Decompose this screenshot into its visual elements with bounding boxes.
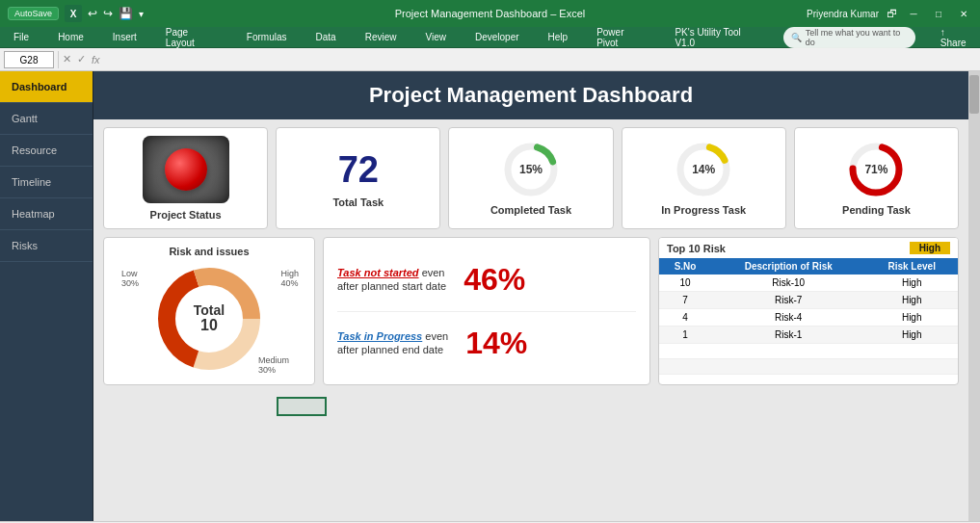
tab-formulas[interactable]: Formulas	[241, 30, 293, 44]
kpi-label-total-task: Total Task	[332, 196, 384, 208]
high-badge: High	[910, 242, 950, 254]
formula-insert-icon[interactable]: fx	[92, 54, 100, 65]
cell-level: High	[865, 327, 958, 344]
risk-donut-svg: Total 10	[151, 261, 267, 377]
kpi-label-completed-task: Completed Task	[490, 204, 571, 216]
cell-sno: 7	[659, 292, 711, 309]
tab-view[interactable]: View	[419, 30, 452, 44]
sidebar-item-dashboard[interactable]: Dashboard	[0, 71, 93, 103]
status-light-container	[143, 136, 229, 203]
kpi-label-project-status: Project Status	[150, 209, 222, 221]
minimize-button[interactable]: ─	[905, 7, 922, 20]
formula-bar: G28 ✕ ✓ fx	[0, 48, 980, 71]
table-row: 1 Risk-1 High	[659, 327, 958, 344]
cell-desc: Risk-1	[711, 327, 865, 344]
share-button[interactable]: ↑ Share	[940, 27, 972, 48]
sidebar-item-heatmap[interactable]: Heatmap	[0, 198, 93, 230]
search-placeholder: Tell me what you want to do	[806, 28, 908, 47]
svg-text:X: X	[70, 9, 77, 19]
kpi-completed-task: 15% Completed Task	[448, 127, 613, 229]
task-divider	[337, 311, 636, 312]
title-bar-left: AutoSave X ↩ ↪ 💾 ▾	[8, 5, 144, 22]
total-task-value: 72	[338, 149, 379, 191]
ribbon-search[interactable]: 🔍 Tell me what you want to do	[783, 27, 915, 48]
risk-donut-wrapper: Low30% High40% Medium30% Total 10	[112, 261, 306, 377]
task-not-started-desc: Task not started evenafter planned start…	[337, 266, 446, 294]
kpi-label-pending-task: Pending Task	[842, 204, 911, 216]
sidebar-item-resource[interactable]: Resource	[0, 135, 93, 167]
search-icon: 🔍	[791, 33, 802, 42]
cell-reference[interactable]: G28	[4, 51, 54, 68]
tab-file[interactable]: File	[8, 30, 35, 44]
tab-insert[interactable]: Insert	[107, 30, 143, 44]
top-risk-header: Top 10 Risk High	[659, 238, 958, 258]
dashboard-title: Project Management Dashboard	[93, 71, 968, 119]
table-row: 4 Risk-4 High	[659, 309, 958, 327]
col-desc: Description of Risk	[711, 258, 865, 275]
medium-label: Medium30%	[258, 355, 289, 375]
kpi-row: Project Status 72 Total Task 15% Complet…	[93, 119, 968, 237]
sidebar-item-risks[interactable]: Risks	[0, 230, 93, 262]
cell-sno: 4	[659, 309, 711, 327]
task-inprogress-desc: Task in Progress evenafter planned end d…	[337, 329, 448, 357]
kpi-project-status: Project Status	[103, 127, 268, 229]
inprogress-donut: 14%	[675, 141, 732, 198]
maximize-button[interactable]: □	[930, 7, 947, 20]
close-button[interactable]: ✕	[955, 7, 972, 20]
risk-table: S.No Description of Risk Risk Level 10 R…	[659, 258, 958, 375]
main-area: Dashboard Gantt Resource Timeline Heatma…	[0, 71, 980, 521]
title-bar: AutoSave X ↩ ↪ 💾 ▾ Project Management Da…	[0, 0, 980, 27]
col-sno: S.No	[659, 258, 711, 275]
save-icon[interactable]: 💾	[119, 7, 133, 20]
tab-data[interactable]: Data	[310, 30, 342, 44]
formula-divider	[58, 51, 59, 68]
high-label: High40%	[280, 269, 299, 288]
tab-home[interactable]: Home	[52, 30, 90, 44]
kpi-inprogress-task: 14% In Progress Task	[622, 127, 786, 229]
undo-icon[interactable]: ↩	[88, 7, 97, 20]
task-not-started-label: Task not started	[337, 267, 419, 278]
status-ball	[165, 148, 207, 191]
cell-desc: Risk-7	[711, 292, 865, 309]
inprogress-donut-label: 14%	[692, 163, 715, 176]
kpi-total-task: 72 Total Task	[276, 127, 440, 229]
completed-donut: 15%	[502, 141, 560, 198]
cell-desc: Risk-4	[711, 309, 865, 327]
svg-text:Total: Total	[194, 302, 225, 318]
task-info-card: Task not started evenafter planned start…	[323, 237, 650, 385]
task-inprogress-row: Task in Progress evenafter planned end d…	[337, 326, 636, 361]
table-row-empty	[659, 359, 958, 375]
window-title: Project Management Dashboard – Excel	[395, 8, 586, 19]
svg-text:10: 10	[200, 317, 218, 333]
sidebar-item-gantt[interactable]: Gantt	[0, 103, 93, 135]
autosave-badge: AutoSave	[8, 7, 59, 20]
vertical-scrollbar[interactable]	[968, 71, 980, 521]
ribbon: File Home Insert Page Layout Formulas Da…	[0, 27, 980, 48]
redo-icon[interactable]: ↪	[103, 7, 113, 20]
restore-icon[interactable]: 🗗	[887, 8, 897, 19]
tab-pktool[interactable]: PK's Utility Tool V1.0	[669, 25, 765, 50]
tab-pagelayout[interactable]: Page Layout	[160, 25, 224, 50]
tab-developer[interactable]: Developer	[469, 30, 525, 44]
selected-cell-indicator[interactable]	[277, 397, 327, 416]
top-risk-title: Top 10 Risk	[667, 243, 726, 254]
tab-powerpivot[interactable]: Power Pivot	[591, 25, 651, 50]
task-not-started-row: Task not started evenafter planned start…	[337, 262, 636, 298]
task-inprogress-pct: 14%	[465, 326, 527, 361]
table-row: 10 Risk-10 High	[659, 275, 958, 292]
cell-level: High	[865, 275, 958, 292]
table-row-empty	[659, 344, 958, 359]
table-row: 7 Risk-7 High	[659, 292, 958, 309]
sidebar-item-timeline[interactable]: Timeline	[0, 167, 93, 198]
pending-donut-label: 71%	[864, 163, 887, 176]
more-icon[interactable]: ▾	[139, 9, 144, 19]
tab-review[interactable]: Review	[359, 30, 403, 44]
completed-donut-label: 15%	[519, 163, 543, 176]
cell-sno: 10	[659, 275, 711, 292]
formula-confirm-icon[interactable]: ✓	[77, 53, 86, 65]
task-inprogress-label: Task in Progress	[337, 330, 422, 342]
scroll-thumb[interactable]	[969, 75, 979, 114]
formula-cancel-icon[interactable]: ✕	[63, 53, 71, 65]
pending-donut: 71%	[847, 141, 905, 198]
tab-help[interactable]: Help	[543, 30, 574, 44]
